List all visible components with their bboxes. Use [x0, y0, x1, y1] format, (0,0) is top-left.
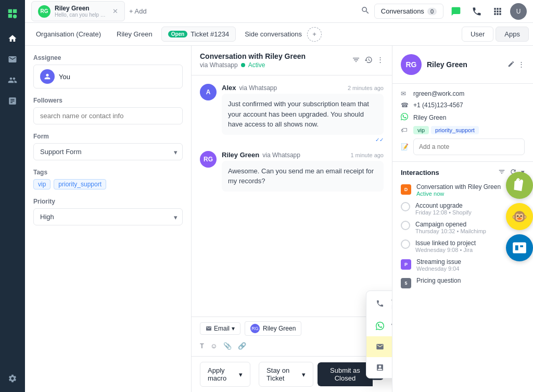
tab-apps-button[interactable]: Apps — [496, 27, 529, 42]
form-select[interactable]: Support Form — [33, 143, 183, 160]
interaction-dot-purple: P — [401, 259, 411, 270]
nav-contacts[interactable] — [3, 71, 22, 90]
tag-vip[interactable]: vip — [33, 179, 50, 189]
edit-icon[interactable] — [507, 60, 515, 69]
tab-ticket[interactable]: Open Ticket #1234 — [161, 27, 236, 42]
stay-chevron: ▾ — [302, 371, 306, 378]
floating-apps: 🐵 — [506, 172, 533, 261]
priority-select[interactable]: High Medium Low — [33, 208, 183, 225]
note-icon-panel: 📝 — [401, 143, 409, 150]
composer-type-button[interactable]: Email ▾ — [200, 322, 240, 335]
close-tab-icon[interactable]: ✕ — [112, 7, 118, 15]
form-select-wrap: Support Form ▾ — [33, 143, 183, 160]
note-input[interactable] — [413, 138, 525, 155]
shopify-app-icon[interactable] — [506, 172, 533, 199]
history-icon[interactable] — [364, 56, 373, 66]
nav-logo[interactable] — [3, 4, 22, 23]
composer-tools: T ☺ 📎 🔗 — [200, 340, 384, 352]
tag-priority-support[interactable]: priority_support — [54, 179, 106, 189]
interaction-dot-empty-1 — [401, 202, 410, 211]
tab-contact[interactable]: Riley Green — [110, 27, 159, 42]
conversations-button[interactable]: Conversations 0 — [374, 4, 443, 19]
tab-organisation[interactable]: Organisation (Create) — [29, 27, 108, 42]
conv-via: via Whatsapp — [200, 61, 238, 69]
more-user-icon[interactable]: ⋮ — [518, 60, 525, 69]
interactions-filter-icon[interactable] — [498, 168, 505, 177]
user-name: Riley Green — [427, 60, 502, 69]
user-info-list: ✉ rgreen@work.com ☎ +1 (415)123-4567 Ril… — [392, 84, 533, 162]
note-icon — [375, 362, 385, 373]
email-dropdown-icon — [375, 342, 385, 352]
followers-input[interactable] — [33, 107, 183, 124]
phone-icon[interactable] — [468, 3, 485, 20]
dropdown-note-label: Internal note — [391, 364, 392, 372]
text-format-icon[interactable]: T — [200, 342, 204, 350]
user-avatar-panel: RG — [401, 54, 422, 75]
interaction-dot-orange: D — [401, 184, 411, 195]
nav-analytics[interactable] — [3, 92, 22, 110]
assignee-box[interactable]: You — [33, 65, 183, 88]
call-icon — [375, 298, 385, 309]
tags-label: Tags — [33, 169, 183, 176]
tab-side-conversations[interactable]: Side conversations + — [238, 23, 328, 45]
active-tab[interactable]: RG Riley Green Hello, can you help me? ✕ — [31, 1, 125, 21]
user-whatsapp: Riley Green — [413, 114, 446, 121]
user-avatar-topbar[interactable]: U — [510, 3, 527, 20]
emoji-icon[interactable]: ☺ — [210, 342, 217, 350]
conv-body: A Alex via Whatsapp 2 minutes ago Just c… — [192, 75, 392, 317]
user-tag-priority[interactable]: priority_support — [431, 126, 479, 134]
apply-macro-button[interactable]: Apply macro ▾ — [200, 362, 250, 387]
interaction-dot-empty-3 — [401, 239, 410, 249]
grid-icon[interactable] — [489, 3, 506, 20]
chat-status-icon[interactable] — [448, 3, 464, 20]
filter-icon[interactable] — [352, 56, 360, 66]
link-icon[interactable]: 🔗 — [238, 342, 246, 350]
form-section: Form Support Form ▾ — [33, 133, 183, 160]
form-label: Form — [33, 133, 183, 140]
assignee-section: Assignee You — [33, 54, 183, 88]
message-1-text: Just confirmed with your subscription te… — [222, 94, 384, 135]
user-tag-vip[interactable]: vip — [413, 126, 429, 134]
tags-container: vip priority_support — [33, 179, 183, 189]
submit-as-closed-button[interactable]: Submit as Closed — [318, 362, 373, 386]
interaction-dot-gray: 5 — [401, 278, 411, 288]
dropdown-email[interactable]: Email — [366, 336, 392, 357]
dropdown-internal-note[interactable]: Internal note — [366, 357, 392, 378]
priority-section: Priority High Medium Low ▾ — [33, 198, 183, 225]
user-actions: ⋮ — [507, 60, 525, 69]
user-header: RG Riley Green ⋮ — [392, 46, 533, 84]
conv-actions: ⋮ — [352, 56, 384, 66]
dropdown-call[interactable]: Call Enter a number — [366, 291, 392, 315]
composer-type-label: Email — [214, 325, 230, 332]
nav-inbox[interactable] — [3, 50, 22, 69]
phone-icon-panel: ☎ — [401, 102, 409, 109]
more-icon[interactable]: ⋮ — [377, 56, 384, 66]
riley-avatar: RG — [200, 151, 217, 168]
dropdown-whatsapp[interactable]: Whatsapp — [366, 315, 392, 336]
interactions-title: Interactions — [401, 169, 495, 176]
top-bar-icons: U — [448, 3, 527, 20]
composer-assignee-button[interactable]: RG Riley Green — [245, 321, 301, 336]
add-tab-button[interactable]: + Add — [129, 7, 147, 15]
tab-user-button[interactable]: User — [462, 27, 493, 42]
user-email-row: ✉ rgreen@work.com — [401, 90, 525, 97]
attachment-icon[interactable]: 📎 — [223, 342, 232, 350]
stay-on-ticket-button[interactable]: Stay on Ticket ▾ — [259, 362, 313, 387]
contact-avatar-topbar: RG — [38, 5, 50, 18]
body-area: Assignee You Followers Form — [25, 46, 533, 392]
nav-home[interactable] — [3, 29, 22, 48]
status-active: Active — [248, 61, 265, 69]
center-panel: Conversation with Riley Green via Whatsa… — [192, 46, 392, 392]
nav-settings[interactable] — [3, 369, 22, 388]
conv-title: Conversation with Riley Green — [200, 52, 348, 60]
action-bar: Apply macro ▾ Stay on Ticket ▾ Submit as… — [192, 356, 392, 392]
tag-icon: 🏷 — [401, 127, 409, 134]
composer-type-row: Email ▾ RG Riley Green — [200, 321, 384, 336]
user-phone-row: ☎ +1 (415)123-4567 — [401, 102, 525, 109]
conv-header: Conversation with Riley Green via Whatsa… — [192, 46, 392, 75]
trello-app-icon[interactable] — [506, 234, 533, 261]
side-conv-add-icon[interactable]: + — [307, 27, 322, 42]
search-icon[interactable] — [361, 6, 370, 17]
mailchimp-app-icon[interactable]: 🐵 — [506, 203, 533, 230]
tab-contact-name: Riley Green — [55, 5, 108, 12]
